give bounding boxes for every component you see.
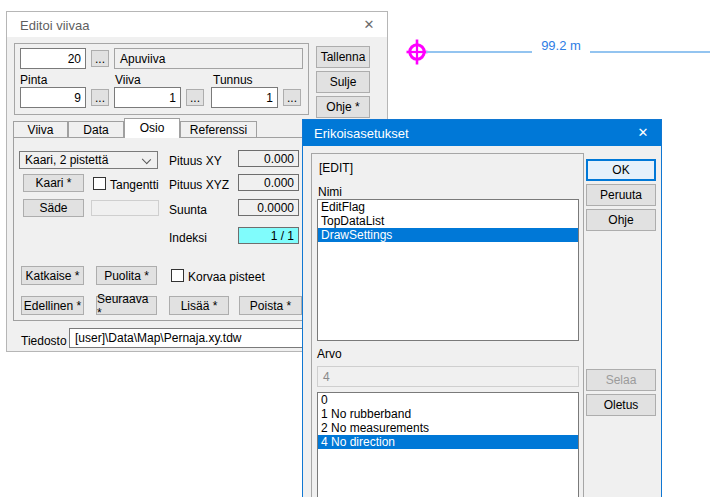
special-settings-titlebar[interactable]: Erikoisasetukset ✕ bbox=[303, 120, 661, 146]
measure-line-right bbox=[590, 51, 710, 53]
add-button[interactable]: Lisää * bbox=[169, 296, 229, 315]
file-field[interactable]: [user]\Data\Map\Pernaja.xy.tdw bbox=[69, 328, 309, 348]
edit-line-titlebar[interactable]: Editoi viivaa ✕ bbox=[7, 12, 387, 37]
close-icon[interactable]: ✕ bbox=[632, 124, 654, 142]
length-xyz-field: 0.000 bbox=[238, 174, 299, 191]
viiva-label: Viiva bbox=[115, 73, 141, 87]
list-item[interactable]: 1 No rubberband bbox=[318, 407, 578, 421]
arc-type-select[interactable]: Kaari, 2 pistettä bbox=[19, 151, 158, 169]
tab-osio[interactable]: Osio bbox=[124, 118, 180, 138]
pinta-label: Pinta bbox=[20, 73, 47, 87]
prev-button[interactable]: Edellinen * bbox=[21, 296, 84, 315]
replace-points-checkbox[interactable] bbox=[171, 269, 184, 282]
list-item-selected[interactable]: 4 No direction bbox=[318, 435, 578, 449]
section-label: [EDIT] bbox=[319, 161, 353, 175]
pinta-browse-button[interactable]: ... bbox=[91, 89, 109, 106]
tab-referenssi[interactable]: Referenssi bbox=[180, 121, 257, 138]
length-xy-label: Pituus XY bbox=[169, 154, 222, 168]
options-listbox[interactable]: 0 1 No rubberband 2 No measurements 4 No… bbox=[317, 392, 579, 497]
help-button[interactable]: Ohje * bbox=[316, 96, 370, 118]
tab-data[interactable]: Data bbox=[68, 121, 124, 138]
tunnus-label: Tunnus bbox=[213, 73, 253, 87]
cancel-button[interactable]: Peruuta bbox=[586, 184, 656, 206]
measure-line-left bbox=[426, 51, 532, 53]
direction-field: 0.0000 bbox=[238, 199, 299, 216]
direction-label: Suunta bbox=[169, 203, 207, 217]
index-field: 1 / 1 bbox=[238, 227, 299, 244]
app-canvas: { "map": { "distance_label": "99.2 m", "… bbox=[0, 0, 710, 497]
close-icon[interactable]: ✕ bbox=[360, 16, 378, 34]
length-xy-field: 0.000 bbox=[238, 150, 299, 167]
delete-button[interactable]: Poista * bbox=[239, 296, 302, 315]
tunnus-field[interactable]: 1 bbox=[211, 87, 278, 108]
default-button[interactable]: Oletus bbox=[586, 394, 656, 416]
edit-line-title: Editoi viivaa bbox=[20, 18, 89, 33]
measure-distance-label: 99.2 m bbox=[532, 38, 590, 53]
code-name-field: Apuviiva bbox=[114, 48, 303, 69]
tunnus-browse-button[interactable]: ... bbox=[283, 89, 301, 106]
help-button[interactable]: Ohje bbox=[586, 209, 656, 231]
list-item[interactable]: EditFlag bbox=[318, 200, 578, 214]
code-browse-button[interactable]: ... bbox=[91, 50, 109, 67]
arc-button[interactable]: Kaari * bbox=[23, 174, 84, 192]
length-xyz-label: Pituus XYZ bbox=[169, 178, 229, 192]
next-button[interactable]: Seuraava * bbox=[96, 296, 157, 315]
pinta-field[interactable]: 9 bbox=[20, 87, 86, 108]
value-field: 4 bbox=[317, 366, 579, 387]
special-settings-dialog: Erikoisasetukset ✕ [EDIT] Nimi EditFlag … bbox=[302, 119, 662, 497]
radius-button[interactable]: Säde bbox=[23, 199, 84, 217]
viiva-field[interactable]: 1 bbox=[114, 87, 181, 108]
list-item[interactable]: 2 No measurements bbox=[318, 421, 578, 435]
ok-button[interactable]: OK bbox=[586, 159, 656, 181]
arc-type-value: Kaari, 2 pistettä bbox=[25, 153, 108, 167]
tangent-label: Tangentti bbox=[110, 178, 159, 192]
file-label: Tiedosto bbox=[21, 334, 67, 348]
special-settings-title: Erikoisasetukset bbox=[314, 126, 409, 141]
save-button[interactable]: Tallenna bbox=[316, 46, 370, 68]
radius-field bbox=[91, 200, 159, 216]
list-item-selected[interactable]: DrawSettings bbox=[318, 228, 578, 242]
halve-button[interactable]: Puolita * bbox=[96, 266, 157, 285]
chevron-down-icon bbox=[142, 155, 151, 164]
name-listbox[interactable]: EditFlag TopDataList DrawSettings bbox=[317, 199, 579, 341]
tab-viiva[interactable]: Viiva bbox=[13, 121, 68, 138]
tangent-checkbox[interactable] bbox=[93, 177, 106, 190]
code-field[interactable]: 20 bbox=[20, 48, 86, 69]
list-item[interactable]: 0 bbox=[318, 393, 578, 407]
value-label: Arvo bbox=[317, 347, 342, 361]
index-label: Indeksi bbox=[169, 231, 207, 245]
close-button[interactable]: Sulje bbox=[316, 71, 370, 93]
name-label: Nimi bbox=[318, 185, 342, 199]
break-button[interactable]: Katkaise * bbox=[21, 266, 84, 285]
list-item[interactable]: TopDataList bbox=[318, 214, 578, 228]
viiva-browse-button[interactable]: ... bbox=[186, 89, 204, 106]
browse-button: Selaa bbox=[586, 369, 656, 391]
replace-points-label: Korvaa pisteet bbox=[188, 270, 265, 284]
